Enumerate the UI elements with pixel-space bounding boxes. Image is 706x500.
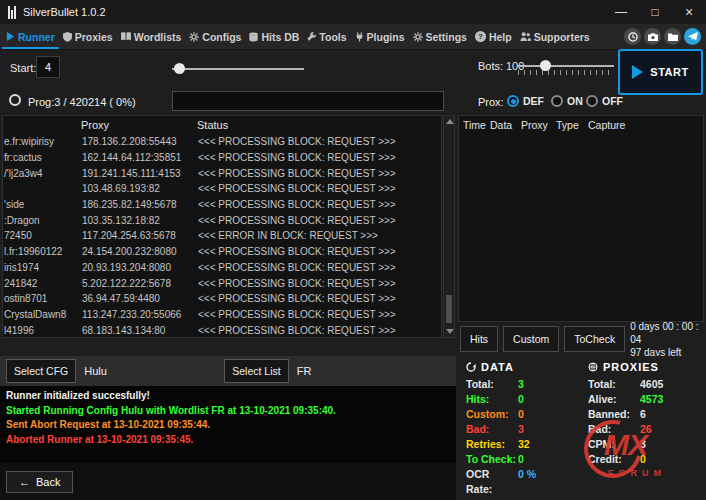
bots-slider[interactable]: [518, 60, 614, 74]
slider-ticks: [518, 70, 614, 75]
table-row[interactable]: fr:cactus 162.144.64.112:35851 <<< PROCE…: [3, 150, 441, 166]
scrollbar-thumb[interactable]: [446, 295, 452, 323]
table-row[interactable]: 241842 5.202.122.222:5678 <<< PROCESSING…: [3, 275, 441, 291]
progress-bar: [172, 91, 444, 111]
table-row[interactable]: 'side 186.235.82.149:5678 <<< PROCESSING…: [3, 197, 441, 213]
selected-wordlist-value[interactable]: FR: [297, 365, 312, 377]
progress-radio[interactable]: [9, 94, 21, 106]
proxy-cell: 36.94.47.59:4480: [81, 293, 197, 304]
tab-configs[interactable]: Configs: [185, 24, 245, 49]
stat-row: Credit: 0: [588, 452, 702, 467]
stat-row: Alive: 4573: [588, 392, 702, 407]
hits-tab-bar: Hits Custom ToCheck 0 days 00 : 00 : 04 …: [458, 322, 706, 356]
table-row[interactable]: /'lj2a3w4 191.241.145.111:4153 <<< PROCE…: [3, 165, 441, 181]
status-cell: <<< PROCESSING BLOCK: REQUEST >>>: [197, 199, 441, 210]
tab-hits[interactable]: Hits: [460, 326, 498, 352]
combo-cell: 'side: [3, 199, 81, 210]
maximize-button[interactable]: □: [638, 0, 672, 24]
proxy-cell: 20.93.193.204:8080: [81, 262, 197, 273]
data-stats: DATA Total: 3 Hits: 0 Custom: 0: [466, 361, 582, 497]
tab-help-label: Help: [489, 31, 512, 43]
start-slider[interactable]: [172, 63, 304, 77]
screenshot-button[interactable]: [644, 28, 661, 45]
proxy-cell: 191.241.145.111:4153: [81, 168, 197, 179]
table-row[interactable]: :Dragon 103.35.132.18:82 <<< PROCESSING …: [3, 212, 441, 228]
start-slider-thumb[interactable]: [174, 63, 185, 74]
start-count-input[interactable]: [36, 56, 60, 78]
proxy-cell: 5.202.122.222:5678: [81, 278, 197, 289]
bottom-bar: ← Back: [0, 463, 456, 500]
table-row[interactable]: ostin8701 36.94.47.59:4480 <<< PROCESSIN…: [3, 291, 441, 307]
select-list-button[interactable]: Select List: [224, 359, 288, 383]
tab-wordlists[interactable]: Wordlists: [117, 24, 186, 49]
proxy-cell: 162.144.64.112:35851: [81, 152, 197, 163]
table-row[interactable]: e.fr:wipirisy 178.136.2.208:55443 <<< PR…: [3, 134, 441, 150]
tab-help[interactable]: ? Help: [471, 24, 516, 49]
help-icon: ?: [475, 31, 486, 42]
tab-settings[interactable]: Settings: [409, 24, 471, 49]
status-cell: <<< PROCESSING BLOCK: REQUEST >>>: [197, 278, 441, 289]
back-arrow-icon: ←: [19, 476, 30, 488]
slider-track: [518, 65, 614, 67]
hits-table: Time Data Proxy Type Capture: [458, 115, 704, 322]
column-header[interactable]: Time: [463, 119, 490, 131]
column-header[interactable]: Proxy: [521, 119, 556, 131]
status-cell: <<< PROCESSING BLOCK: REQUEST >>>: [197, 183, 441, 194]
scroll-up-icon[interactable]: [446, 119, 454, 124]
proxy-column-header[interactable]: Proxy: [81, 119, 197, 131]
combo-cell: 241842: [3, 278, 81, 289]
play-icon: [632, 65, 643, 79]
stat-row: OCR Rate: 0 %: [466, 467, 582, 497]
prox-off-radio[interactable]: OFF: [586, 95, 623, 107]
table-row[interactable]: l.fr:19960122 24.154.200.232:8080 <<< PR…: [3, 244, 441, 260]
column-header[interactable]: Capture: [588, 119, 703, 131]
column-header[interactable]: Type: [556, 119, 588, 131]
history-button[interactable]: [624, 28, 641, 45]
tab-custom[interactable]: Custom: [503, 326, 559, 352]
selected-config-value[interactable]: Hulu: [84, 365, 216, 377]
back-button[interactable]: ← Back: [6, 471, 73, 493]
tab-supporters-label: Supporters: [534, 31, 590, 43]
runner-table-scrollbar[interactable]: [443, 115, 455, 338]
proxy-stats-header: PROXIES: [588, 361, 702, 373]
close-button[interactable]: ×: [672, 0, 706, 24]
tab-plugins[interactable]: Plugins: [351, 24, 409, 49]
combo-cell: iris1974: [3, 262, 81, 273]
table-row[interactable]: CrystalDawn8 113.247.233.20:55066 <<< PR…: [3, 307, 441, 323]
prox-on-label: ON: [567, 95, 583, 107]
prox-def-label: DEF: [523, 95, 544, 107]
prox-on-radio[interactable]: ON: [551, 95, 583, 107]
tab-proxies[interactable]: Proxies: [59, 24, 117, 49]
table-row[interactable]: l41996 68.183.143.134:80 <<< PROCESSING …: [3, 322, 441, 338]
prox-def-radio[interactable]: DEF: [507, 95, 544, 107]
open-folder-button[interactable]: [664, 28, 681, 45]
stat-row: To Check: 0: [466, 452, 582, 467]
status-cell: <<< PROCESSING BLOCK: REQUEST >>>: [197, 215, 441, 226]
tab-hits-db[interactable]: Hits DB: [245, 24, 303, 49]
minimize-button[interactable]: —: [604, 0, 638, 24]
back-button-label: Back: [36, 476, 60, 488]
telegram-button[interactable]: [684, 28, 701, 45]
table-row[interactable]: 72450 117.204.254.63:5678 <<< ERROR IN B…: [3, 228, 441, 244]
scroll-down-icon[interactable]: [446, 329, 454, 334]
table-row[interactable]: 103.48.69.193:82 <<< PROCESSING BLOCK: R…: [3, 181, 441, 197]
combo-cell: /'lj2a3w4: [3, 168, 81, 179]
quick-actions: [624, 24, 706, 49]
tab-tools[interactable]: Tools: [303, 24, 350, 49]
combo-cell: ostin8701: [3, 293, 81, 304]
tab-tocheck[interactable]: ToCheck: [564, 326, 625, 352]
select-cfg-button[interactable]: Select CFG: [6, 359, 76, 383]
gear-icon: [189, 32, 199, 42]
prox-off-label: OFF: [602, 95, 623, 107]
tab-supporters[interactable]: Supporters: [516, 24, 594, 49]
status-column-header[interactable]: Status: [197, 119, 441, 131]
table-row[interactable]: iris1974 20.93.193.204:8080 <<< PROCESSI…: [3, 260, 441, 276]
combo-cell: 72450: [3, 230, 81, 241]
column-header[interactable]: Data: [490, 119, 521, 131]
tab-runner[interactable]: Runner: [2, 24, 59, 49]
proxy-cell: 103.35.132.18:82: [81, 215, 197, 226]
book-icon: [121, 32, 131, 41]
elapsed-time: 0 days 00 : 00 : 04: [630, 320, 702, 346]
combo-cell: l.fr:19960122: [3, 246, 81, 257]
tab-configs-label: Configs: [202, 31, 241, 43]
